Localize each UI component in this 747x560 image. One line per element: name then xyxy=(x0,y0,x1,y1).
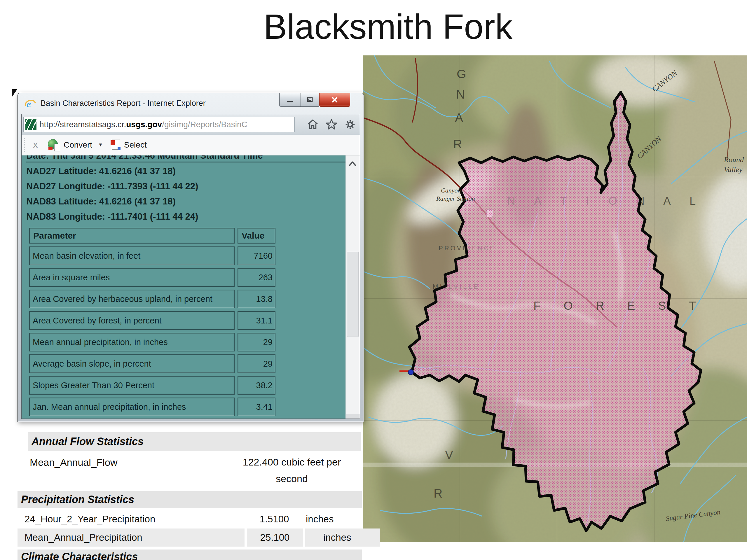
vertical-scrollbar[interactable] xyxy=(345,156,360,419)
browser-window: e Basin Characteristics Report - Interne… xyxy=(18,93,364,422)
precip-cell-value: 25.100 xyxy=(247,529,303,546)
url-prefix: http://streamstatsags.cr. xyxy=(40,120,126,129)
browser-client-area: http://streamstatsags.cr.usgs.gov/gisimg… xyxy=(21,114,360,419)
coordinates-block: NAD27 Latitude: 41.6216 (41 37 18) NAD27… xyxy=(26,164,198,224)
precipitation-header: Precipitation Statistics xyxy=(18,494,134,506)
precip-row-units: inches xyxy=(306,514,334,525)
annual-flow-header: Annual Flow Statistics xyxy=(28,435,144,448)
table-header-row: Parameter Value xyxy=(29,228,276,243)
scrollbar-thumb[interactable] xyxy=(347,252,359,337)
precipitation-row: 24_Hour_2_Year_Precipitation 1.5100 inch… xyxy=(18,510,362,528)
toolbar-close-button[interactable]: x xyxy=(33,139,38,150)
nad83-longitude: NAD83 Longitude: -111.7401 (-111 44 24) xyxy=(26,209,198,224)
param-cell: Jan. Mean annual precipitation, in inche… xyxy=(29,398,235,416)
command-bar: x Convert ▼ Select xyxy=(22,135,360,156)
topo-map-svg: N A T I O N A L MILLVILLE PROVIDENCE F O… xyxy=(363,55,747,542)
table-row: Average basin slope, in percent 29 xyxy=(29,354,276,373)
minimize-button[interactable] xyxy=(279,93,301,107)
table-row: Mean annual precipitation, in inches 29 xyxy=(29,333,276,351)
select-document-icon xyxy=(110,138,121,151)
table-row: Area in square miles 263 xyxy=(29,268,276,287)
annual-flow-header-band: Annual Flow Statistics xyxy=(28,432,361,451)
convert-globe-pdf-icon xyxy=(48,138,61,151)
url-domain: usgs.gov xyxy=(126,120,162,129)
nad27-latitude: NAD27 Latitude: 41.6216 (41 37 18) xyxy=(26,164,198,179)
precip-row-value: 1.5100 xyxy=(245,514,304,525)
precip-cell-units: inches xyxy=(305,529,380,546)
nad83-latitude: NAD83 Latitude: 41.6216 (41 37 18) xyxy=(26,194,198,209)
usgs-favicon-icon xyxy=(25,119,36,130)
param-cell: Mean annual precipitation, in inches xyxy=(29,333,235,351)
window-titlebar[interactable]: e Basin Characteristics Report - Interne… xyxy=(18,93,364,114)
maximize-button[interactable] xyxy=(301,93,319,107)
internet-explorer-icon: e xyxy=(24,98,36,110)
param-cell: Slopes Greater Than 30 Percent xyxy=(29,376,235,395)
table-row: Area Covered by herbaceous upland, in pe… xyxy=(29,290,276,308)
value-cell: 3.41 xyxy=(237,398,276,416)
page-title: Blacksmith Fork xyxy=(29,6,747,47)
param-cell: Average basin slope, in percent xyxy=(29,354,235,373)
table-row: Slopes Greater Than 30 Percent 38.2 xyxy=(29,376,276,395)
precip-cell-label: Mean_Annual_Precipitation xyxy=(18,529,244,546)
favorites-star-icon[interactable] xyxy=(325,118,338,131)
svg-text:e: e xyxy=(27,99,31,109)
value-cell: 263 xyxy=(237,268,276,287)
value-cell: 13.8 xyxy=(237,290,276,308)
minimize-icon xyxy=(287,101,293,102)
mouse-cursor xyxy=(12,89,17,98)
precipitation-row: Mean_Annual_Precipitation 25.100 inches xyxy=(18,529,362,546)
column-header-value: Value xyxy=(237,228,276,243)
table-row: Area Covered by forest, in percent 31.1 xyxy=(29,311,276,330)
report-date-line: Date: Thu Jan 9 2014 21:33:46 Mountain S… xyxy=(26,156,353,162)
mean-annual-flow-value: 122.400 cubic feet per second xyxy=(231,454,353,487)
param-cell: Area Covered by forest, in percent xyxy=(29,311,235,330)
value-cell: 29 xyxy=(237,354,276,373)
scroll-up-chevron-icon[interactable] xyxy=(348,161,357,166)
scrollbar-bottom-nub xyxy=(346,414,360,419)
url-path: /gisimg/Reports/BasinC xyxy=(162,120,248,129)
home-icon[interactable] xyxy=(307,118,319,131)
address-bar: http://streamstatsags.cr.usgs.gov/gisimg… xyxy=(22,114,360,135)
mean-annual-flow-label: Mean_Annual_Flow xyxy=(30,457,118,468)
nad27-longitude: NAD27 Longitude: -111.7393 (-111 44 22) xyxy=(26,179,198,194)
maximize-icon xyxy=(306,97,313,103)
select-button[interactable]: Select xyxy=(124,140,147,150)
topo-map: N A T I O N A L MILLVILLE PROVIDENCE F O… xyxy=(363,55,747,542)
value-cell: 7160 xyxy=(237,246,276,265)
param-cell: Area in square miles xyxy=(29,268,235,287)
parameter-table: Parameter Value Mean basin elevation, in… xyxy=(26,225,278,419)
precipitation-header-band: Precipitation Statistics xyxy=(18,491,362,508)
window-title: Basin Characteristics Report - Internet … xyxy=(41,99,206,108)
close-button[interactable] xyxy=(319,93,350,107)
column-header-parameter: Parameter xyxy=(29,228,235,243)
url-input[interactable]: http://streamstatsags.cr.usgs.gov/gisimg… xyxy=(23,117,295,132)
toolbar-gripper xyxy=(24,138,27,152)
precip-row-label: Mean_Annual_Precipitation xyxy=(18,532,143,543)
table-row: Mean basin elevation, in feet 7160 xyxy=(29,246,276,265)
convert-dropdown-arrow[interactable]: ▼ xyxy=(98,142,103,148)
value-cell: 38.2 xyxy=(237,376,276,395)
value-cell: 31.1 xyxy=(237,311,276,330)
table-row: Jan. Mean annual precipitation, in inche… xyxy=(29,398,276,416)
close-icon xyxy=(331,97,338,103)
param-cell: Mean basin elevation, in feet xyxy=(29,246,235,265)
terrain-texture xyxy=(363,55,747,542)
report-content: Date: Thu Jan 9 2014 21:33:46 Mountain S… xyxy=(22,156,360,419)
value-cell: 29 xyxy=(237,333,276,351)
precip-row-label: 24_Hour_2_Year_Precipitation xyxy=(25,514,155,525)
convert-button[interactable]: Convert xyxy=(63,140,92,150)
climate-header-band: Climate Characteristics xyxy=(18,550,362,560)
climate-header: Climate Characteristics xyxy=(18,550,138,560)
param-cell: Area Covered by herbaceous upland, in pe… xyxy=(29,290,235,308)
settings-gear-icon[interactable] xyxy=(344,118,356,131)
url-text: http://streamstatsags.cr.usgs.gov/gisimg… xyxy=(40,120,248,129)
